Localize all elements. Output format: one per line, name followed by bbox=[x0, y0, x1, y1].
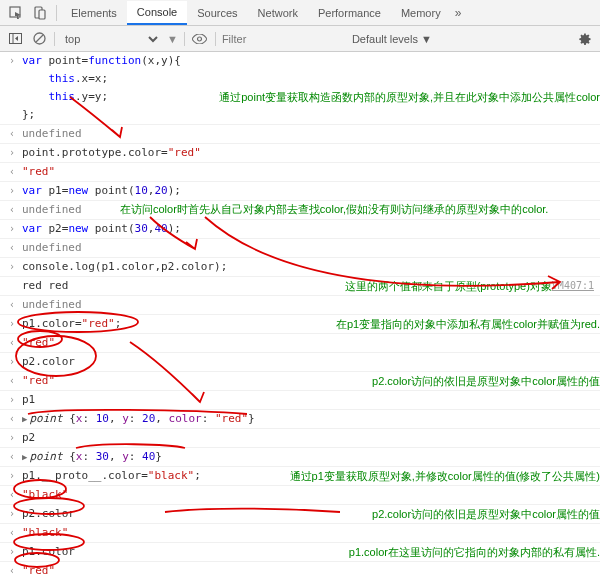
clear-console-icon[interactable] bbox=[30, 30, 48, 48]
console-input-row: ›var p1=new point(10,20); bbox=[0, 182, 600, 201]
input-marker-icon: › bbox=[6, 222, 18, 236]
console-result-row: ‹"red" bbox=[0, 163, 600, 182]
console-input-row: this.x=x; bbox=[0, 70, 600, 88]
device-icon[interactable] bbox=[32, 5, 48, 21]
separator bbox=[54, 32, 55, 46]
console-result-row: ‹"black" bbox=[0, 486, 600, 505]
output-marker-icon: ‹ bbox=[6, 488, 18, 502]
output-marker-icon: ‹ bbox=[6, 298, 18, 312]
console-input-row: ›var point=function(x,y){ bbox=[0, 52, 600, 70]
output-marker-icon: ‹ bbox=[6, 526, 18, 540]
input-marker-icon: › bbox=[6, 431, 18, 445]
svg-rect-2 bbox=[39, 10, 45, 19]
svg-line-6 bbox=[36, 35, 43, 42]
tab-elements[interactable]: Elements bbox=[61, 2, 127, 24]
console-result-row: ‹undefined bbox=[0, 125, 600, 144]
output-marker-icon: ‹ bbox=[6, 127, 18, 141]
console-input-row: ›point.prototype.color="red" bbox=[0, 144, 600, 163]
console-result-row: ‹undefined bbox=[0, 296, 600, 315]
console-input-row: ›console.log(p1.color,p2.color); bbox=[0, 258, 600, 277]
output-marker-icon: ‹ bbox=[6, 564, 18, 576]
console-input-row: ›p2 bbox=[0, 429, 600, 448]
input-marker-icon: › bbox=[6, 146, 18, 160]
annotation-text: 在p1变量指向的对象中添加私有属性color并赋值为red. bbox=[336, 317, 600, 331]
tab-performance[interactable]: Performance bbox=[308, 2, 391, 24]
tab-console[interactable]: Console bbox=[127, 1, 187, 25]
output-marker-icon: ‹ bbox=[6, 165, 18, 179]
console-result-row: ‹"red"p2.color访问的依旧是原型对象中color属性的值 bbox=[0, 372, 600, 391]
input-marker-icon: › bbox=[6, 469, 18, 483]
output-marker-icon: ‹ bbox=[6, 450, 18, 464]
console-result-row: ‹"red" bbox=[0, 334, 600, 353]
input-marker-icon: › bbox=[6, 393, 18, 407]
annotation-text: 在访问color时首先从自己对象内部去查找color,假如没有则访问继承的原型对… bbox=[120, 202, 548, 216]
vm-link[interactable]: VM407:1 bbox=[552, 279, 594, 293]
input-marker-icon: › bbox=[6, 355, 18, 369]
sidebar-toggle-icon[interactable] bbox=[6, 30, 24, 48]
eye-icon[interactable] bbox=[191, 30, 209, 48]
filter-input[interactable] bbox=[222, 33, 342, 45]
annotation-text: p1.color在这里访问的它指向的对象内部的私有属性. bbox=[349, 545, 600, 559]
output-marker-icon: ‹ bbox=[6, 203, 18, 217]
console-result-row: ‹▶point {x: 30, y: 40} bbox=[0, 448, 600, 467]
console-result-row: ‹undefined在访问color时首先从自己对象内部去查找color,假如没… bbox=[0, 201, 600, 220]
tab-network[interactable]: Network bbox=[248, 2, 308, 24]
console-toolbar: top ▼ Default levels ▼ bbox=[0, 26, 600, 52]
context-selector[interactable]: top bbox=[61, 32, 161, 46]
inspect-icon[interactable] bbox=[8, 5, 24, 21]
output-marker-icon: ‹ bbox=[6, 336, 18, 350]
console-input-row: }; bbox=[0, 106, 600, 125]
separator bbox=[184, 32, 185, 46]
devtools-tabs: Elements Console Sources Network Perform… bbox=[0, 0, 600, 26]
console-input-row: ›p2.color bbox=[0, 353, 600, 372]
log-levels[interactable]: Default levels ▼ bbox=[352, 33, 432, 45]
console-input-row: ›p1 bbox=[0, 391, 600, 410]
console-input-row: ›p1.__proto__.color="black";通过p1变量获取原型对象… bbox=[0, 467, 600, 486]
tab-memory[interactable]: Memory bbox=[391, 2, 451, 24]
annotation-text: p2.color访问的依旧是原型对象中color属性的值 bbox=[372, 374, 600, 388]
console-result-row: ‹undefined bbox=[0, 239, 600, 258]
annotation-text: p2.color访问的依旧是原型对象中color属性的值 bbox=[372, 507, 600, 521]
annotation-text: 通过p1变量获取原型对象,并修改color属性的值(修改了公共属性) bbox=[290, 469, 600, 483]
separator bbox=[56, 5, 57, 21]
separator bbox=[215, 32, 216, 46]
input-marker-icon: › bbox=[6, 507, 18, 521]
tabs-more-icon[interactable]: » bbox=[455, 6, 462, 20]
svg-point-7 bbox=[198, 37, 202, 41]
output-marker-icon: ‹ bbox=[6, 241, 18, 255]
input-marker-icon: › bbox=[6, 184, 18, 198]
console-input-row: ›p1.colorp1.color在这里访问的它指向的对象内部的私有属性. bbox=[0, 543, 600, 562]
console-result-row: ‹"black" bbox=[0, 524, 600, 543]
input-marker-icon: › bbox=[6, 545, 18, 559]
console-result-row: ‹▶point {x: 10, y: 20, color: "red"} bbox=[0, 410, 600, 429]
input-marker-icon: › bbox=[6, 317, 18, 331]
input-marker-icon: › bbox=[6, 260, 18, 274]
console-input-row: ›var p2=new point(30,40); bbox=[0, 220, 600, 239]
tab-sources[interactable]: Sources bbox=[187, 2, 247, 24]
console-input-row: ›p2.colorp2.color访问的依旧是原型对象中color属性的值 bbox=[0, 505, 600, 524]
console-input-row: this.y=y;通过point变量获取构造函数内部的原型对象,并且在此对象中添… bbox=[0, 88, 600, 106]
output-marker-icon: ‹ bbox=[6, 374, 18, 388]
output-marker-icon: ‹ bbox=[6, 412, 18, 426]
annotation-text: 这里的两个值都来自于原型(prototype)对象 bbox=[345, 279, 552, 293]
input-marker-icon: › bbox=[6, 54, 18, 68]
console-result-row: ‹"red" bbox=[0, 562, 600, 576]
annotation-text: 通过point变量获取构造函数内部的原型对象,并且在此对象中添加公共属性colo… bbox=[219, 90, 600, 104]
console-output[interactable]: ›var point=function(x,y){ this.x=x; this… bbox=[0, 52, 600, 576]
console-input-row: ›p1.color="red";在p1变量指向的对象中添加私有属性color并赋… bbox=[0, 315, 600, 334]
console-log-row: red red这里的两个值都来自于原型(prototype)对象VM407:1 bbox=[0, 277, 600, 296]
gear-icon[interactable] bbox=[576, 30, 594, 48]
